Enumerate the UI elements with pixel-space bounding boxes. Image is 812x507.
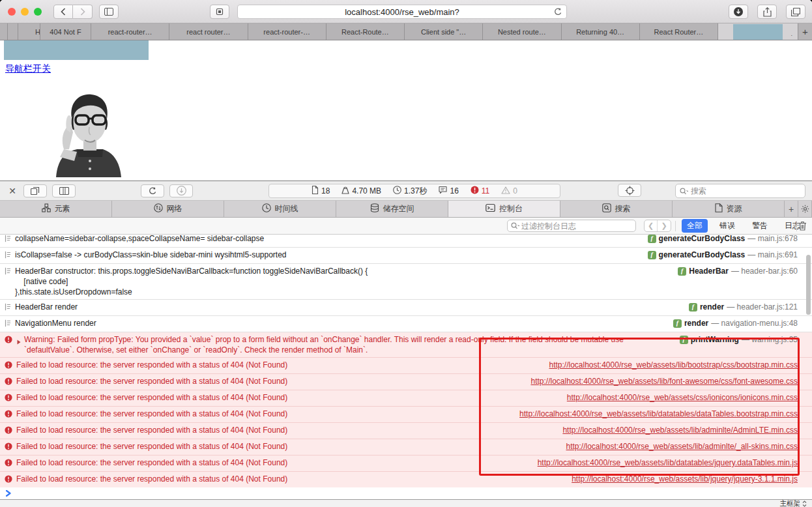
browser-tab[interactable]: Returning 40… bbox=[562, 23, 640, 40]
download-web-archive-button[interactable] bbox=[169, 184, 193, 197]
console-error-row[interactable]: Failed to load resource: the server resp… bbox=[0, 456, 812, 472]
console-log-row[interactable]: HeaderBar renderfrender— header-bar.js:1… bbox=[0, 300, 812, 316]
search-input[interactable] bbox=[691, 186, 801, 196]
console-source-link[interactable]: fgenerateCurBodyClass— main.js:691 bbox=[639, 250, 798, 260]
console-source-link[interactable]: frender— header-bar.js:121 bbox=[680, 302, 798, 312]
scope-button[interactable]: 全部 bbox=[682, 219, 708, 233]
inspector-tab-network[interactable]: 网络 bbox=[112, 201, 224, 217]
browser-tab[interactable]: Client side "… bbox=[405, 23, 483, 40]
console-source-link[interactable]: fHeaderBar— header-bar.js:60 bbox=[669, 266, 798, 276]
console-error-row[interactable]: Failed to load resource: the server resp… bbox=[0, 423, 812, 439]
browser-tab[interactable]: 404 Not F bbox=[40, 23, 91, 40]
console-warning-row[interactable]: Warning: Failed form propType: You provi… bbox=[0, 332, 812, 358]
browser-tab[interactable]: react-router… bbox=[91, 23, 169, 40]
detach-inspector-button[interactable] bbox=[23, 184, 47, 197]
browser-tab[interactable] bbox=[8, 23, 18, 40]
downloads-button[interactable] bbox=[729, 5, 748, 19]
inspector-tab-resources[interactable]: 资源 bbox=[673, 201, 785, 217]
console-filter-field[interactable] bbox=[507, 220, 636, 232]
scope-button[interactable]: 错误 bbox=[714, 219, 740, 233]
stat-weight[interactable]: 4.70 MB bbox=[341, 186, 381, 196]
404-man-photo bbox=[26, 84, 124, 177]
inspector-tab-bar: 元素网络时间线储存空间控制台搜索资源+ bbox=[0, 201, 812, 218]
frame-selector[interactable]: 主框架 bbox=[780, 499, 801, 507]
stat-value: 0 bbox=[513, 186, 517, 196]
browser-tab-bar: H404 Not Freact-router…react router…reac… bbox=[0, 23, 812, 40]
error-icon bbox=[5, 475, 12, 485]
console-error-row[interactable]: Failed to load resource: the server resp… bbox=[0, 390, 812, 407]
next-scope-button[interactable]: ❯ bbox=[658, 220, 671, 231]
reload-icon[interactable] bbox=[553, 7, 562, 16]
browser-tab[interactable]: react-router-… bbox=[248, 23, 326, 40]
settings-gear-icon[interactable] bbox=[798, 201, 812, 217]
stat-clock[interactable]: 1.37秒 bbox=[393, 186, 427, 197]
console-log-row[interactable]: NavigationMenu renderfrender— navigation… bbox=[0, 316, 812, 332]
failed-resource-url-link[interactable]: http://localhost:4000/rse_web/assets/lib… bbox=[529, 457, 798, 468]
url-field[interactable]: localhost:4000/rse_web/main? bbox=[237, 5, 567, 19]
failed-resource-url-link[interactable]: http://localhost:4000/rse_web/assets/lib… bbox=[557, 441, 798, 452]
console-error-row[interactable]: Failed to load resource: the server resp… bbox=[0, 358, 812, 374]
page-settings-button[interactable] bbox=[210, 5, 229, 19]
share-button[interactable] bbox=[757, 5, 777, 19]
scrollbar-thumb[interactable] bbox=[806, 255, 811, 315]
console-log-row[interactable]: isCollapse=false -> curBodyClass=skin-bl… bbox=[0, 248, 812, 264]
console-error-row[interactable]: Failed to load resource: the server resp… bbox=[0, 374, 812, 390]
console-log-row[interactable]: collapseName=sidebar-collapse,spaceColla… bbox=[0, 235, 812, 248]
failed-resource-url-link[interactable]: http://localhost:4000/rse_web/assets/lib… bbox=[510, 409, 798, 419]
console-source-link[interactable]: fgenerateCurBodyClass— main.js:678 bbox=[639, 235, 798, 244]
forward-button[interactable] bbox=[73, 5, 93, 19]
browser-tab[interactable]: React Router… bbox=[640, 23, 718, 40]
console-error-row[interactable]: Failed to load resource: the server resp… bbox=[0, 472, 812, 487]
scope-button[interactable]: 警告 bbox=[747, 219, 773, 233]
console-source-link[interactable]: frender— navigation-menu.js:48 bbox=[664, 318, 798, 328]
sidebar-toggle-button[interactable] bbox=[99, 5, 119, 19]
storage-icon bbox=[370, 203, 379, 214]
new-tab-button[interactable]: + bbox=[798, 23, 812, 40]
browser-tab[interactable]: Nested route… bbox=[483, 23, 561, 40]
browser-tab-active[interactable]: . bbox=[718, 23, 798, 40]
source-location: — warning.js:35 bbox=[742, 334, 798, 345]
inspector-tab-timeline[interactable]: 时间线 bbox=[224, 201, 336, 217]
browser-tab[interactable]: H bbox=[18, 23, 40, 40]
console-error-row[interactable]: Failed to load resource: the server resp… bbox=[0, 407, 812, 423]
back-button[interactable] bbox=[53, 5, 73, 19]
failed-resource-url-link[interactable]: http://localhost:4000/rse_web/assets/lib… bbox=[521, 376, 798, 386]
element-picker-button[interactable] bbox=[618, 184, 641, 197]
browser-tab[interactable] bbox=[0, 23, 8, 40]
previous-scope-button[interactable]: ❮ bbox=[645, 220, 658, 231]
browser-tab[interactable]: React-Route… bbox=[326, 23, 405, 40]
inspector-tab-console[interactable]: 控制台 bbox=[448, 201, 560, 217]
add-tab-button[interactable]: + bbox=[785, 201, 798, 217]
inspector-tab-storage[interactable]: 储存空间 bbox=[336, 201, 448, 217]
clear-console-button[interactable] bbox=[798, 221, 807, 231]
stat-warning-triangle[interactable]: 0 bbox=[501, 186, 517, 196]
reload-page-button[interactable] bbox=[141, 184, 164, 197]
function-name: generateCurBodyClass bbox=[659, 250, 746, 260]
console-log-row[interactable]: HeaderBar constructor: this.props.toggle… bbox=[0, 264, 812, 300]
console-prompt-row[interactable] bbox=[0, 487, 812, 499]
console-filter-input[interactable] bbox=[521, 222, 632, 231]
inspector-status-bar: 主框架 bbox=[0, 499, 812, 507]
inspector-search-field[interactable] bbox=[675, 184, 805, 198]
inspector-tab-search[interactable]: 搜索 bbox=[560, 201, 673, 217]
browser-tab[interactable]: react router… bbox=[169, 23, 248, 40]
console-error-row[interactable]: Failed to load resource: the server resp… bbox=[0, 439, 812, 456]
failed-resource-url-link[interactable]: http://localhost:4000/rse_web/assets/lib… bbox=[553, 425, 798, 435]
inspector-tab-elements[interactable]: 元素 bbox=[0, 201, 112, 217]
console-source-link[interactable]: fprintWarning— warning.js:35 bbox=[671, 334, 798, 345]
zoom-window-button[interactable] bbox=[34, 8, 42, 16]
navbar-toggle-link[interactable]: 导航栏开关 bbox=[5, 63, 51, 75]
tab-overview-button[interactable] bbox=[786, 5, 805, 19]
failed-resource-url-link[interactable]: http://localhost:4000/rse_web/assets/css… bbox=[558, 392, 798, 403]
stat-bubble[interactable]: 16 bbox=[439, 186, 458, 196]
close-window-button[interactable] bbox=[8, 8, 16, 16]
failed-resource-url-link[interactable]: http://localhost:4000/rse_web/assets/lib… bbox=[540, 360, 798, 370]
failed-resource-url-link[interactable]: http://localhost:4000/rse_web/assets/lib… bbox=[562, 474, 798, 484]
dock-side-button[interactable] bbox=[52, 184, 76, 197]
disclosure-triangle-icon[interactable] bbox=[17, 337, 21, 347]
divider bbox=[796, 221, 797, 231]
stat-document[interactable]: 18 bbox=[312, 186, 330, 196]
close-inspector-button[interactable]: ✕ bbox=[7, 186, 18, 196]
minimize-window-button[interactable] bbox=[21, 8, 29, 16]
stat-error-badge[interactable]: 11 bbox=[471, 186, 489, 196]
